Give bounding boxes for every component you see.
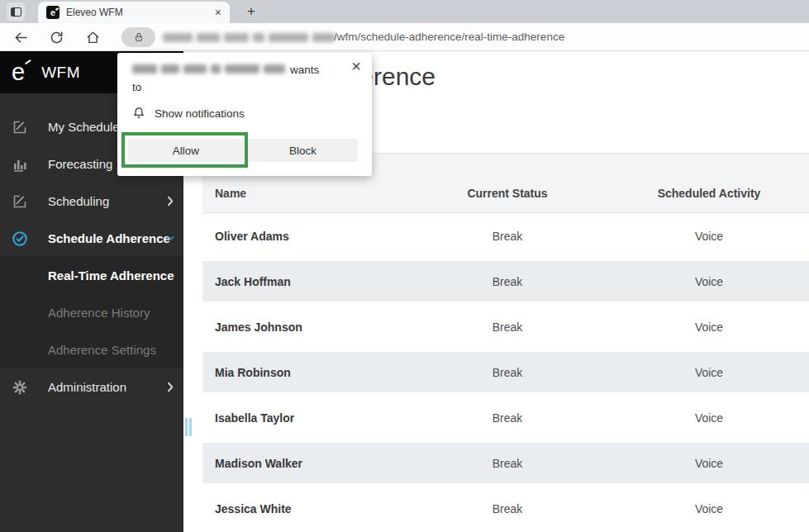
scheduled-activity: Voice (609, 502, 809, 515)
lock-icon (133, 31, 145, 43)
browser-toolbar: /wfm/schedule-adherence/real-time-adhere… (0, 23, 809, 51)
scheduled-activity: Voice (609, 275, 809, 288)
current-status: Break (406, 502, 609, 515)
eleveo-favicon-icon: e (46, 6, 59, 19)
eleveo-logo-icon: e (12, 60, 31, 84)
tab-title: Eleveo WFM (66, 7, 208, 18)
sidebar-item-label: Real-Time Adherence (48, 268, 174, 283)
current-status: Break (406, 411, 609, 425)
gear-icon (10, 379, 30, 396)
agent-name: Jessica White (202, 502, 406, 515)
redacted-url-domain (163, 33, 335, 42)
table-row: Jack Hoffman Break Voice (202, 259, 809, 304)
sidebar-item-label: Adherence Settings (48, 343, 156, 357)
site-security-button[interactable] (121, 27, 155, 47)
home-icon[interactable] (83, 27, 102, 47)
sidebar-item-label: Administration (48, 380, 126, 394)
current-status: Break (406, 366, 609, 379)
table-body: Oliver Adams Break Voice Jack Hoffman Br… (202, 213, 809, 531)
current-status: Break (406, 321, 609, 334)
sidebar-item-adherence-history[interactable]: Adherence History (0, 294, 183, 331)
browser-tab[interactable]: e Eleveo WFM × (38, 2, 230, 23)
table-row: James Johnson Break Voice (202, 304, 809, 349)
table-row: Madison Walker Break Voice (202, 440, 809, 486)
chevron-down-icon (167, 233, 174, 244)
tab-close-icon[interactable]: × (215, 7, 221, 18)
back-icon[interactable] (11, 27, 31, 47)
sidebar-item-label: Forecasting (48, 157, 112, 171)
bar-chart-icon (10, 156, 30, 173)
sidebar-item-schedule-adherence[interactable]: Schedule Adherence (0, 220, 183, 257)
redacted-domain-blur (132, 64, 285, 74)
current-status: Break (406, 230, 609, 243)
agent-name: Jack Hoffman (202, 275, 406, 288)
browser-tabstrip: e Eleveo WFM × + (0, 0, 809, 23)
scheduled-activity: Voice (609, 411, 809, 425)
sidebar-item-administration[interactable]: Administration (0, 368, 183, 406)
table-row: Jessica White Break Voice (202, 486, 809, 531)
sidebar-item-real-time-adherence[interactable]: Real-Time Adherence (0, 257, 183, 294)
bell-icon (131, 106, 146, 121)
scheduled-activity: Voice (609, 457, 809, 470)
new-tab-button[interactable]: + (243, 3, 259, 20)
sidebar-item-label: Scheduling (48, 194, 109, 208)
scheduled-activity: Voice (609, 366, 809, 379)
check-circle-icon (10, 230, 30, 247)
current-status: Break (406, 275, 609, 288)
sidebar-item-adherence-settings[interactable]: Adherence Settings (0, 331, 183, 368)
tab-actions-button[interactable] (7, 2, 25, 21)
close-icon[interactable]: × (351, 58, 361, 74)
agent-name: James Johnson (202, 321, 406, 334)
column-header: Current Status (406, 187, 609, 200)
agent-name: Madison Walker (202, 457, 406, 470)
permission-request-text: wants to (132, 61, 331, 96)
block-button[interactable]: Block (248, 139, 358, 162)
chevron-right-icon (167, 196, 174, 207)
table-row: Oliver Adams Break Voice (202, 213, 809, 259)
scheduled-activity: Voice (609, 230, 809, 243)
sidebar-item-label: Adherence History (48, 306, 150, 320)
sidebar-item-label: My Schedule (48, 120, 120, 134)
sidebar-item-scheduling[interactable]: Scheduling (0, 183, 183, 220)
agent-name: Isabella Taylor (202, 411, 406, 425)
refresh-icon[interactable] (46, 27, 66, 47)
column-header: Scheduled Activity (609, 187, 809, 200)
agent-name: Oliver Adams (202, 230, 406, 243)
allow-button[interactable]: Allow (128, 139, 244, 162)
adherence-table: NameCurrent StatusScheduled Activity Oli… (202, 153, 809, 531)
column-header: Name (202, 187, 406, 200)
permission-item: Show notifications (131, 106, 245, 121)
chevron-right-icon (167, 382, 174, 392)
table-row: Mia Robinson Break Voice (202, 349, 809, 395)
tab-layout-icon (11, 7, 21, 17)
schedule-adherence-submenu: Real-Time Adherence Adherence History Ad… (0, 257, 183, 368)
url-path[interactable]: /wfm/schedule-adherence/real-time-adhere… (334, 23, 564, 50)
app-brand: WFM (41, 64, 80, 82)
scheduled-activity: Voice (609, 321, 809, 334)
compose-icon (10, 193, 30, 210)
sidebar-item-label: Schedule Adherence (48, 231, 170, 245)
screen: e Eleveo WFM × + /wfm/schedule-adherence… (0, 0, 809, 532)
permission-label: Show notifications (155, 107, 245, 120)
agent-name: Mia Robinson (202, 366, 406, 379)
table-row: Isabella Taylor Break Voice (202, 395, 809, 440)
notification-permission-popup: wants to × Show notifications Allow Bloc… (117, 53, 372, 176)
current-status: Break (406, 457, 609, 470)
sidebar-resize-handle[interactable] (185, 418, 192, 436)
compose-icon (10, 119, 30, 135)
